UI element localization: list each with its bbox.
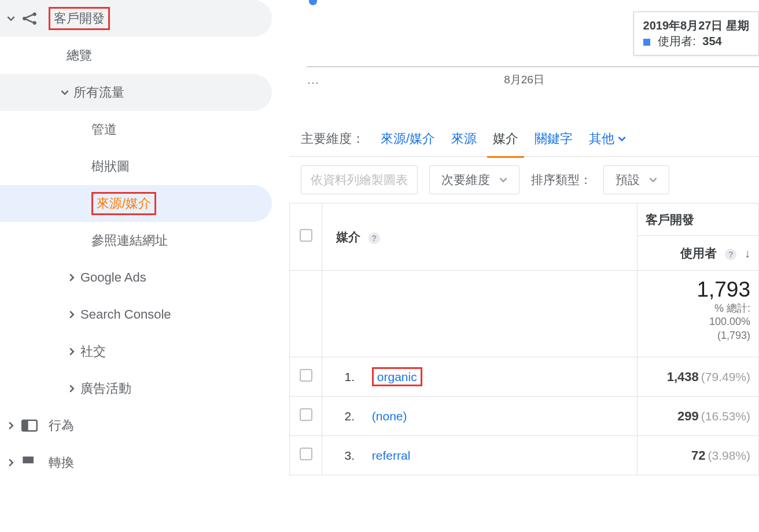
svg-rect-4	[22, 420, 28, 431]
tab-source[interactable]: 來源	[451, 130, 477, 147]
sort-type-dropdown[interactable]: 預設	[603, 165, 669, 194]
caret-right-icon	[6, 459, 16, 467]
nav-behavior-label: 行為	[49, 417, 74, 434]
tooltip-date: 2019年8月27日 星期	[643, 18, 749, 34]
nav-search-console-label: Search Console	[80, 307, 171, 322]
cell-check[interactable]	[290, 357, 322, 397]
nav-campaigns-label: 廣告活動	[80, 380, 131, 397]
tooltip-users-label: 使用者:	[658, 35, 696, 47]
caret-right-icon	[67, 274, 77, 282]
tab-other[interactable]: 其他	[589, 130, 626, 147]
nav-channels-label: 管道	[91, 121, 117, 138]
tab-medium[interactable]: 媒介	[493, 130, 518, 147]
nav-social[interactable]: 社交	[0, 333, 278, 370]
nav-google-ads-label: Google Ads	[80, 270, 146, 285]
caret-right-icon	[67, 311, 77, 319]
summary-pct-value: 100.00%	[638, 315, 750, 328]
th-group-acquisition: 客戶開發	[638, 204, 759, 236]
th-users[interactable]: 使用者 ? ↓	[638, 236, 759, 271]
medium-link[interactable]: organic	[372, 367, 422, 386]
help-icon[interactable]: ?	[369, 232, 380, 244]
caret-down-icon	[618, 135, 626, 143]
users-value: 1,438	[667, 370, 699, 384]
table-row: 2. (none) 299(16.53%)	[290, 397, 759, 436]
checkbox-icon[interactable]	[300, 448, 312, 460]
medium-link[interactable]: referral	[372, 449, 411, 462]
nav-source-medium[interactable]: 來源/媒介	[0, 185, 272, 222]
medium-link[interactable]: (none)	[372, 409, 407, 423]
users-pct: (3.98%)	[708, 449, 750, 462]
tooltip-users-value: 354	[702, 35, 721, 47]
caret-down-icon	[499, 176, 507, 184]
nav-behavior[interactable]: 行為	[0, 407, 278, 444]
nav-search-console[interactable]: Search Console	[0, 296, 278, 333]
nav-all-traffic[interactable]: 所有流量	[0, 74, 272, 111]
cell-users: 299(16.53%)	[638, 397, 759, 436]
caret-down-icon	[649, 176, 657, 184]
caret-right-icon	[6, 422, 16, 430]
secondary-dimension-dropdown[interactable]: 次要維度	[429, 165, 519, 194]
tab-source-medium[interactable]: 來源/媒介	[381, 130, 435, 147]
nav-conversions[interactable]: 轉換	[0, 444, 278, 481]
nav-google-ads[interactable]: Google Ads	[0, 259, 278, 296]
svg-point-2	[33, 21, 36, 24]
nav-social-label: 社交	[80, 343, 106, 360]
chart-tooltip: 2019年8月27日 星期 使用者: 354	[633, 12, 759, 56]
cell-users: 1,438(79.49%)	[638, 357, 759, 397]
cell-summary-check	[290, 271, 322, 357]
row-index: 2.	[336, 409, 355, 423]
conversions-icon	[20, 455, 39, 470]
chart-datapoint-icon	[309, 0, 317, 5]
users-value: 299	[677, 409, 699, 423]
summary-pct-label: % 總計:	[638, 302, 750, 315]
controls-row: 依資料列繪製圖表 次要維度 排序類型： 預設	[289, 156, 759, 203]
th-medium[interactable]: 媒介 ?	[322, 204, 638, 271]
nav-all-traffic-label: 所有流量	[73, 84, 124, 101]
checkbox-icon[interactable]	[300, 408, 312, 421]
th-medium-label: 媒介	[336, 230, 360, 243]
users-pct: (16.53%)	[701, 409, 750, 423]
table-row: 1. organic 1,438(79.49%)	[290, 357, 759, 397]
behavior-icon	[20, 419, 39, 432]
nav-acquisition-label: 客戶開發	[49, 7, 110, 30]
nav-overview-label: 總覽	[67, 47, 92, 64]
acquisition-icon	[20, 10, 39, 27]
chart-axis-line	[307, 66, 759, 67]
checkbox-icon[interactable]	[300, 229, 312, 242]
th-users-label: 使用者	[680, 246, 717, 260]
sort-type-label: 排序類型：	[531, 172, 592, 188]
sort-type-value: 預設	[616, 172, 640, 188]
caret-right-icon	[67, 385, 77, 393]
chart-axis-date: 8月26日	[289, 72, 759, 87]
primary-dimension-row: 主要維度： 來源/媒介 來源 媒介 關鍵字 其他	[289, 98, 759, 156]
row-index: 1.	[336, 370, 355, 384]
tab-keyword[interactable]: 關鍵字	[535, 130, 573, 147]
cell-medium: 3. referral	[322, 436, 638, 475]
nav-overview[interactable]: 總覽	[0, 37, 278, 74]
nav-campaigns[interactable]: 廣告活動	[0, 370, 278, 407]
nav-treemap[interactable]: 樹狀圖	[0, 148, 278, 185]
th-group-label: 客戶開發	[646, 213, 694, 226]
summary-users-value: 1,793	[638, 278, 750, 302]
primary-dimension-label: 主要維度：	[301, 130, 364, 147]
caret-right-icon	[67, 348, 77, 356]
cell-users: 72(3.98%)	[638, 436, 759, 475]
nav-referrals[interactable]: 參照連結網址	[0, 222, 278, 259]
sort-desc-icon: ↓	[745, 247, 750, 260]
cell-check[interactable]	[290, 397, 322, 436]
series-color-icon	[643, 39, 650, 46]
cell-medium: 1. organic	[322, 357, 638, 397]
cell-summary-medium	[322, 271, 638, 357]
nav-channels[interactable]: 管道	[0, 111, 278, 148]
users-value: 72	[691, 448, 705, 463]
cell-medium: 2. (none)	[322, 397, 638, 436]
caret-down-icon	[6, 14, 16, 23]
nav-acquisition[interactable]: 客戶開發	[0, 0, 272, 37]
help-icon[interactable]: ?	[725, 249, 736, 260]
th-check-all[interactable]	[290, 204, 322, 271]
checkbox-icon[interactable]	[300, 369, 312, 382]
svg-point-1	[33, 12, 36, 16]
secondary-dimension-label: 次要維度	[441, 172, 490, 188]
cell-check[interactable]	[290, 436, 322, 475]
plot-rows-button[interactable]: 依資料列繪製圖表	[301, 165, 418, 194]
